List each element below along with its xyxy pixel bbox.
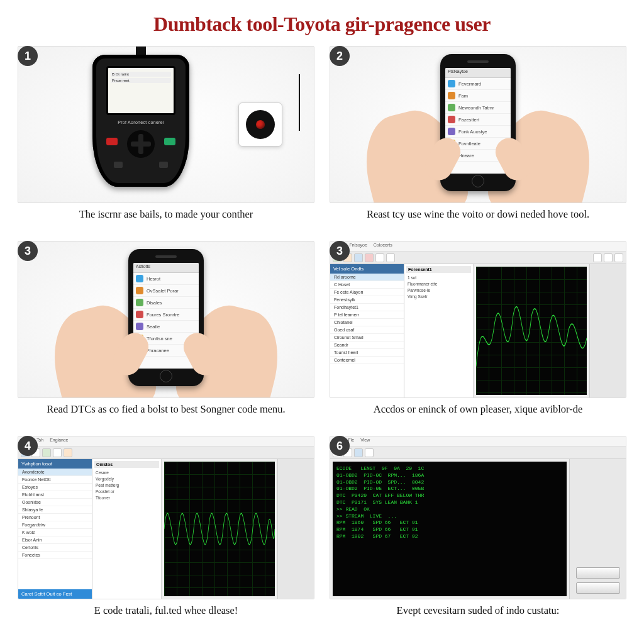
app-item-icon	[136, 275, 143, 282]
scanner-screen: B Ot ratint Frsoe reet	[106, 66, 175, 115]
toolbar-button	[365, 448, 374, 457]
panel-item: Vorgodely	[94, 475, 159, 482]
app-item-icon	[136, 299, 143, 306]
window-titlebar: AELTshEngiance	[18, 436, 314, 447]
terminal-output: ECODE LENST 0F 0A 20 1C01-OBD2 PID-0C RP…	[333, 462, 567, 596]
sidebar: Vel sole Ondts Rd aroomeC HosetFe cete A…	[330, 264, 404, 397]
window-toolbar	[18, 447, 314, 459]
scanner-aux-button	[114, 162, 123, 168]
app-menu-item: Fonk Auostye	[445, 126, 511, 138]
step-caption: The iscrnr ase bails, to made your conth…	[21, 208, 311, 221]
obd-cable	[299, 74, 300, 131]
sidebar-item: Prenoont	[18, 514, 92, 521]
hands-holding-phone: FtsNaytoe FevermardFamNeweondh TatmrFaze…	[371, 49, 585, 200]
step-2: 2 FtsNaytoe FevermardFamNeweondh TatmrFa…	[330, 46, 626, 235]
sidebar-item: Fenestsytk	[330, 296, 404, 304]
app-item-label: OvSsalet Porar	[147, 288, 179, 294]
step-caption: E code tratali, ful.ted whee dlease!	[21, 604, 311, 618]
sidebar-item: Shtasya fe	[18, 506, 92, 514]
secondary-sidebar: Onistos CesareVorgodelyPeat mettergPoost…	[92, 459, 162, 599]
terminal-line: DTC P0171 SYS LEAN BANK 1	[336, 499, 563, 506]
step-caption: Accdos or eninck of own pleaser, xique a…	[333, 403, 623, 416]
sidebar-item: Tounst heerl	[330, 349, 404, 357]
window-titlebar: SehFleView	[330, 436, 626, 447]
step-4-panel: AELTshEngiance Ywhption tosot Avonderote…	[18, 436, 314, 599]
window-toolbar	[330, 447, 626, 459]
app-item-label: Fovntleate	[458, 141, 480, 147]
diagnostic-software-window: SehFleView ECODE LENST 0F 0A 20 1C01-OBD…	[330, 436, 626, 599]
step-3b: 3 AECFnlsoyoeColoeerts	[330, 241, 626, 430]
sidebar-item: Foonce NetOtt	[18, 476, 92, 484]
app-item-icon	[448, 80, 455, 87]
action-button	[576, 567, 620, 579]
step-badge: 2	[330, 46, 350, 66]
app-item-label: Disales	[147, 300, 162, 306]
toolbar-button	[42, 448, 51, 457]
right-gutter	[277, 459, 314, 599]
toolbar-button	[386, 253, 395, 262]
terminal-line: DTC P0420 CAT EFF BELOW THR	[336, 492, 563, 499]
app-menu-item: Foures Sronrtre	[133, 309, 199, 321]
app-item-icon	[136, 287, 143, 294]
app-header: FtsNaytoe	[445, 68, 511, 78]
panel-item: Fluonmaner ette	[406, 280, 471, 287]
sidebar-item: Cirounot Smad	[330, 334, 404, 341]
step-badge: 6	[330, 436, 350, 456]
step-2-panel: FtsNaytoe FevermardFamNeweondh TatmrFaze…	[330, 46, 626, 203]
toolbar-button	[593, 253, 602, 262]
app-menu-item: OvSsalet Porar	[133, 285, 199, 297]
step-badge: 1	[18, 46, 38, 66]
app-item-icon	[136, 311, 143, 318]
sidebar-footer: Caret Settlt Ouit eo Fest	[18, 589, 92, 599]
step-1: 1 B Ot ratint Frsoe reet Prof Aoronect c…	[18, 46, 314, 235]
sidebar-item: Chiotanel	[330, 319, 404, 326]
sidebar-item: Certohls	[18, 544, 92, 552]
app-menu-item: Seatle	[133, 321, 199, 333]
oscilloscope-display	[164, 462, 275, 596]
panel-item: Cesare	[94, 469, 159, 475]
panel-item: 1 sot	[406, 274, 471, 280]
sidebar-header: Vel sole Ondts	[330, 264, 404, 274]
step-caption: Read DTCs as co fied a bolst to best Son…	[21, 403, 311, 416]
window-toolbar	[330, 252, 626, 264]
step-6: 6 SehFleView ECODE LENST 0F 0A 20 1C01-O…	[330, 436, 626, 637]
step-caption: Evept cevesitarn suded of indo custatu:	[333, 604, 623, 618]
sidebar-item: Avonderote	[18, 469, 92, 476]
dpad-icon	[127, 130, 155, 158]
secondary-sidebar: Forensent1 1 sotFluonmaner etteParwnose-…	[404, 264, 474, 397]
app-item-icon	[448, 116, 455, 123]
diagnostic-software-window: AECFnlsoyoeColoeerts	[330, 242, 626, 397]
app-item-icon	[448, 92, 455, 99]
diagnostic-software-window: AELTshEngiance Ywhption tosot Avonderote…	[18, 436, 314, 599]
window-titlebar: AECFnlsoyoeColoeerts	[330, 242, 626, 252]
toolbar-button	[354, 253, 363, 262]
right-gutter	[589, 264, 626, 397]
app-header: Astlotts	[133, 263, 199, 273]
sidebar-item: Seandr	[330, 341, 404, 349]
app-item-icon	[136, 323, 143, 330]
step-4: 4 AELTshEngiance Ywhption tosot Avo	[18, 436, 314, 637]
app-menu-item: Fam	[445, 90, 511, 102]
terminal-line: >> READ OK	[336, 506, 563, 513]
sidebar-item: K wolz	[18, 529, 92, 536]
panel-item: Parwnose-le	[406, 287, 471, 293]
toolbar-button	[354, 448, 363, 457]
sidebar-item: Ooonidse	[18, 499, 92, 506]
terminal-line: 01-OBD2 PID-05 ECT... 005B	[336, 486, 563, 492]
action-button	[576, 582, 620, 594]
sidebar-item: Etobhl anst	[18, 491, 92, 499]
step-6-panel: SehFleView ECODE LENST 0F 0A 20 1C01-OBD…	[330, 436, 626, 599]
hands-holding-phone: Astlotts HesrotOvSsalet PorarDisalesFour…	[59, 244, 273, 395]
app-item-label: Fonk Auostye	[458, 129, 487, 135]
sidebar-item: Fondhaytet1	[330, 304, 404, 311]
sidebar-item: C Hoset	[330, 281, 404, 289]
terminal-line: 01-OBD2 PID-0D SPD... 0042	[336, 479, 563, 486]
toolbar-button	[604, 253, 613, 262]
app-item-label: Fevermard	[458, 81, 481, 87]
obd-scanner-device: B Ot ratint Frsoe reet Prof Aoronect con…	[87, 52, 194, 197]
page-title: Dumbtack tool-Toyota gir-pragence user	[18, 13, 626, 36]
step-badge: 4	[18, 436, 38, 456]
panel-item: Peat metterg	[94, 482, 159, 488]
toolbar-button	[375, 253, 384, 262]
sidebar-item: Foegardtriw	[18, 521, 92, 529]
